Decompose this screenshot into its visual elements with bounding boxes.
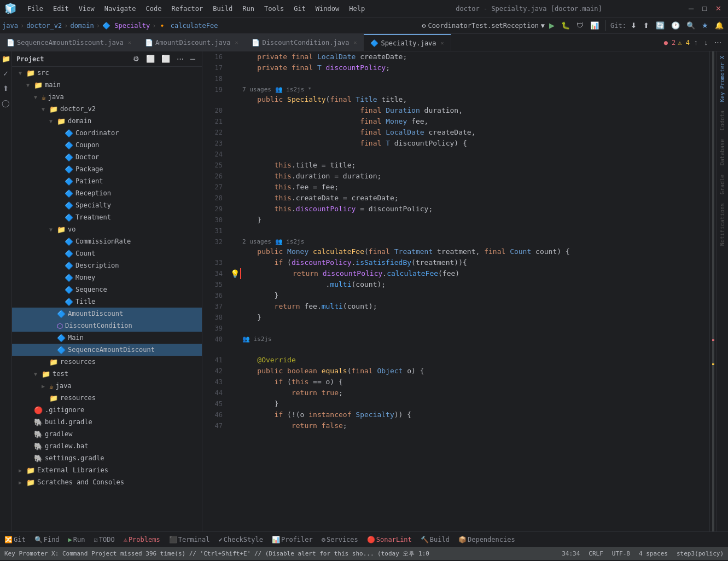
tree-package[interactable]: ▶ 🔷 Package — [12, 163, 202, 175]
code-line-42[interactable]: public boolean equals(final Object o) { — [240, 366, 705, 377]
tree-coordinator[interactable]: ▶ 🔷 Coordinator — [12, 127, 202, 139]
nav-java[interactable]: java — [2, 22, 18, 30]
checkstyle-tool[interactable]: ✔ CheckStyle — [218, 536, 263, 543]
menu-help[interactable]: Help — [345, 4, 369, 14]
sidebar-collapse[interactable]: ⬜ — [159, 54, 172, 64]
notifications-button[interactable]: 🔔 — [713, 20, 726, 31]
tree-specialty[interactable]: ▶ 🔷 Specialty — [12, 199, 202, 211]
git-push-button[interactable]: ⬆ — [641, 20, 651, 31]
sidebar-expand[interactable]: ⬜ — [144, 54, 157, 64]
sidebar-settings[interactable]: ⚙ — [131, 54, 142, 64]
code-line-40[interactable] — [240, 344, 705, 355]
git-tool[interactable]: 🔀 Git — [4, 536, 26, 543]
tab-specialty[interactable]: 🔷 Specialty.java ✕ — [364, 34, 451, 51]
tree-external-libraries[interactable]: ▶ 📁 External Libraries — [12, 464, 202, 476]
tab-sequenceamountdiscount[interactable]: 📄 SequenceAmountDiscount.java ✕ — [0, 34, 138, 51]
scroll-up-button[interactable]: ↑ — [692, 37, 700, 48]
menu-refactor[interactable]: Refactor — [167, 4, 207, 14]
tab-close[interactable]: ✕ — [441, 40, 444, 46]
code-line-23[interactable]: final T discountPolicy) { — [240, 138, 705, 149]
encoding[interactable]: UTF-8 — [612, 550, 630, 557]
tree-vo[interactable]: ▼ 📁 vo — [12, 223, 202, 235]
menu-edit[interactable]: Edit — [49, 4, 73, 14]
code-line-30[interactable]: } — [240, 215, 705, 225]
menu-build[interactable]: Build — [208, 4, 237, 14]
menu-window[interactable]: Window — [311, 4, 343, 14]
run-tool[interactable]: ▶ Run — [68, 536, 85, 543]
activity-pullrequests[interactable]: ⬆ — [1, 83, 11, 94]
menu-run[interactable]: Run — [238, 4, 259, 14]
run-config-name[interactable]: CoordinatorTest.setReception — [428, 22, 539, 30]
menu-file[interactable]: File — [23, 4, 48, 14]
database-panel[interactable]: Database — [719, 137, 725, 167]
line-ending[interactable]: CRLF — [589, 550, 603, 557]
tree-reception[interactable]: ▶ 🔷 Reception — [12, 187, 202, 199]
menu-code[interactable]: Code — [142, 4, 166, 14]
code-line-44[interactable]: return true; — [240, 388, 705, 398]
tab-close[interactable]: ✕ — [353, 39, 357, 45]
tree-gradlew-bat[interactable]: ▶ 🐘 gradlew.bat — [12, 440, 202, 452]
tree-scratches[interactable]: ▶ 📁 Scratches and Consoles — [12, 476, 202, 488]
code-line-16[interactable]: private final LocalDate createDate; — [240, 51, 705, 62]
tree-gradlew[interactable]: ▶ 🐘 gradlew — [12, 428, 202, 440]
sidebar-close[interactable]: ─ — [188, 54, 197, 64]
git-history-button[interactable]: 🕐 — [669, 20, 682, 31]
cursor-position[interactable]: 34:34 — [562, 550, 580, 557]
tree-discountcondition[interactable]: ▶ ⬡ DiscountCondition — [12, 320, 202, 332]
tree-main-class[interactable]: ▶ 🔷 Main — [12, 332, 202, 344]
code-line-18[interactable] — [240, 73, 705, 84]
tree-treatment[interactable]: ▶ 🔷 Treatment — [12, 211, 202, 223]
code-line-25[interactable]: this.title = title; — [240, 160, 705, 171]
coverage-button[interactable]: 🛡 — [574, 20, 586, 31]
profile[interactable]: step3(policy) — [677, 550, 724, 557]
code-line-46[interactable]: if (!(o instanceof Specialty)) { — [240, 409, 705, 420]
tree-domain[interactable]: ▼ 📁 domain — [12, 115, 202, 127]
tree-sequence[interactable]: ▶ 🔷 Sequence — [12, 284, 202, 296]
code-line-37[interactable]: return fee.multi(count); — [240, 301, 705, 312]
profile-button[interactable]: 📊 — [588, 20, 601, 31]
nav-doctor-v2[interactable]: doctor_v2 — [26, 22, 62, 30]
code-line-41[interactable]: @Override — [240, 355, 705, 366]
minimize-button[interactable]: ─ — [686, 3, 696, 14]
code-line-32[interactable]: public Money calculateFee(final Treatmen… — [240, 246, 705, 257]
tab-close[interactable]: ✕ — [235, 39, 238, 45]
code-line-38[interactable]: } — [240, 312, 705, 323]
code-line-36[interactable]: } — [240, 290, 705, 301]
tab-amountdiscount[interactable]: 📄 AmountDiscount.java ✕ — [138, 34, 245, 51]
code-line-21[interactable]: final Money fee, — [240, 116, 705, 127]
codota-panel[interactable]: Codota — [719, 108, 725, 132]
problems-tool[interactable]: ⚠ Problems — [124, 536, 160, 543]
code-line-22[interactable]: final LocalDate createDate, — [240, 127, 705, 138]
menu-git[interactable]: Git — [289, 4, 310, 14]
scrollbar[interactable] — [709, 51, 716, 531]
tree-count[interactable]: ▶ 🔷 Count — [12, 247, 202, 259]
tree-resources[interactable]: ▶ 📁 resources — [12, 356, 202, 368]
tree-src[interactable]: ▼ 📁 src — [12, 67, 202, 79]
git-update-button[interactable]: 🔄 — [654, 20, 667, 31]
code-line-19[interactable]: public Specialty(final Title title, — [240, 94, 705, 105]
code-line-31[interactable] — [240, 225, 705, 236]
tree-settings-gradle[interactable]: ▶ 🐘 settings.gradle — [12, 452, 202, 464]
code-line-24[interactable] — [240, 149, 705, 160]
sidebar-more[interactable]: ⋯ — [174, 54, 186, 64]
code-line-34[interactable]: 💡 return discountPolicy.calculateFee(fee… — [240, 268, 705, 279]
notifications-panel[interactable]: Notifications — [719, 201, 725, 248]
terminal-tool[interactable]: ⬛ Terminal — [169, 536, 210, 543]
debug-button[interactable]: 🐛 — [559, 20, 572, 31]
code-line-47[interactable]: return false; — [240, 420, 705, 431]
scroll-down-button[interactable]: ↓ — [702, 37, 710, 48]
sonarlint-tool[interactable]: 🔴 SonarLint — [367, 536, 412, 543]
close-button[interactable]: ✕ — [713, 3, 724, 14]
dependencies-tool[interactable]: 📦 Dependencies — [458, 536, 515, 543]
maximize-button[interactable]: □ — [700, 3, 709, 14]
code-line-20[interactable]: final Duration duration, — [240, 105, 705, 116]
activity-github[interactable]: ◯ — [0, 98, 12, 108]
nav-calculatefee[interactable]: 🔸 calculateFee — [158, 22, 218, 30]
menu-navigate[interactable]: Navigate — [100, 4, 141, 14]
activity-project[interactable]: 📁 — [0, 54, 13, 64]
tab-close[interactable]: ✕ — [128, 39, 131, 45]
code-line-35[interactable]: .multi(count); — [240, 279, 705, 290]
profiler-tool[interactable]: 📊 Profiler — [272, 536, 313, 543]
todo-tool[interactable]: ☑ TODO — [94, 536, 115, 543]
tree-description[interactable]: ▶ 🔷 Description — [12, 259, 202, 271]
